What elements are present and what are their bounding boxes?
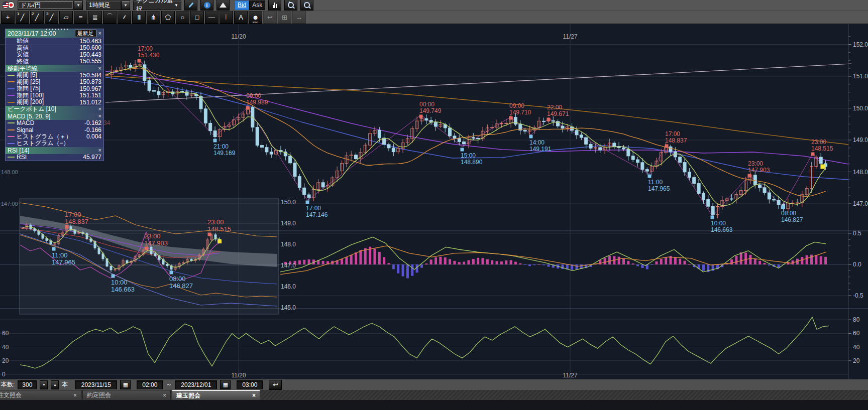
peak-marker: [748, 174, 751, 178]
svg-text:148.515: 148.515: [811, 145, 833, 152]
svg-text:148.515: 148.515: [207, 225, 231, 233]
svg-text:146.827: 146.827: [781, 216, 803, 223]
zoom-in-icon: +: [288, 2, 294, 8]
svg-text:146.663: 146.663: [711, 226, 733, 233]
drawing-toolbar: ＋╱1╱2╱3▱＝≣⌒∕∕∕||||⋔⬠○□—︱A☻icon↩⊞↔: [0, 11, 868, 24]
pentagon-tool[interactable]: ⬠: [161, 11, 175, 24]
bottom-marker: [711, 216, 714, 219]
svg-text:09:00: 09:00: [509, 102, 524, 109]
trendline2-tool[interactable]: ╱2: [30, 11, 44, 24]
pan-tool: ↔: [292, 11, 306, 24]
time-from-input[interactable]: 02:00: [137, 380, 163, 389]
info-button[interactable]: i: [200, 0, 213, 11]
icon-stamp-tool[interactable]: ☻icon: [249, 11, 262, 24]
svg-text:0.0: 0.0: [853, 261, 861, 268]
svg-text:147.965: 147.965: [52, 258, 75, 266]
trendline1-tool[interactable]: ╱1: [16, 11, 29, 24]
close-icon[interactable]: ×: [98, 148, 101, 153]
pair-selector[interactable]: ドル/円: [18, 1, 74, 10]
chart-style-button[interactable]: [216, 0, 230, 11]
date-to-input[interactable]: 2023/12/01: [175, 380, 217, 389]
close-icon[interactable]: ×: [98, 113, 101, 119]
line-color-swatch: [8, 102, 15, 103]
text-tool[interactable]: A: [234, 11, 248, 24]
trendline3-tool[interactable]: ╱3: [45, 11, 58, 24]
chart-canvas[interactable]: 22:00150.03417:00151.43009:00149.98900:0…: [0, 0, 868, 410]
panel-drag-handle[interactable]: [45, 29, 69, 30]
svg-text:17:00: 17:00: [138, 45, 153, 52]
circle-tool[interactable]: ○: [176, 11, 189, 24]
crosshair-tool[interactable]: ＋: [1, 11, 15, 24]
time-to-input[interactable]: 03:00: [237, 380, 263, 389]
inset-mini-chart[interactable]: 17:00148.83723:00147.90323:00148.51511:0…: [20, 199, 296, 314]
close-icon[interactable]: ×: [98, 106, 101, 112]
fan-lines-tool[interactable]: ∕∕∕: [118, 11, 131, 24]
svg-text:149.0: 149.0: [281, 220, 296, 227]
count-up-button[interactable]: ▲: [51, 380, 59, 389]
rectangle-tool[interactable]: □: [190, 11, 204, 24]
date-from-input[interactable]: 2023/11/15: [75, 380, 117, 389]
svg-text:149.191: 149.191: [529, 146, 552, 153]
close-icon[interactable]: ×: [98, 31, 101, 36]
peak-marker: [246, 106, 250, 110]
line-color-swatch: [8, 75, 15, 76]
bar-datetime: 2023/11/17 12:00: [8, 30, 73, 37]
pair-dropdown-button[interactable]: ▼: [74, 1, 83, 10]
svg-text:60: 60: [2, 330, 9, 337]
bar-count-input[interactable]: 300: [18, 380, 37, 389]
spin-up-icon: ▲: [53, 383, 57, 386]
main-toolbar: ドル/円 ▼ 1時間足 ▼ テクニカル選択 ▼ i Bid Ask: [0, 0, 868, 11]
svg-text:23:00: 23:00: [748, 160, 763, 167]
horizontal-line-tool[interactable]: —: [205, 11, 219, 24]
pitchfork-tool[interactable]: ⋔: [147, 11, 160, 24]
arc-tool[interactable]: ⌒: [103, 11, 117, 24]
bid-button[interactable]: Bid: [235, 1, 249, 10]
peak-marker: [419, 115, 423, 118]
close-icon[interactable]: ×: [73, 392, 77, 399]
svg-text:11/27: 11/27: [563, 33, 577, 40]
close-icon[interactable]: ×: [98, 66, 101, 71]
line-color-swatch: [8, 143, 15, 144]
tab-建玉照会[interactable]: 建玉照会×: [172, 390, 260, 400]
zoom-in-button[interactable]: +: [284, 0, 297, 11]
candle-chart-button[interactable]: [268, 0, 281, 11]
tab-約定照会[interactable]: 約定照会×: [82, 390, 171, 400]
vertical-line-tool[interactable]: ︱: [220, 11, 233, 24]
close-icon[interactable]: ×: [163, 392, 166, 399]
reset-range-button[interactable]: ↩: [269, 380, 282, 390]
date-from-calendar-button[interactable]: ▦: [120, 380, 131, 389]
vertical-lines-tool[interactable]: ||||: [132, 11, 146, 24]
svg-text:10:00: 10:00: [711, 220, 726, 227]
timeframe-selector[interactable]: 1時間足: [86, 1, 121, 10]
fx-chart-app: 22:00150.03417:00151.43009:00149.98900:0…: [0, 0, 868, 410]
svg-text:152.0: 152.0: [853, 41, 868, 48]
indicator-info-panel[interactable]: 2023/11/17 12:00最新足×始値150.463高値150.600安値…: [5, 29, 104, 161]
indicator-section-header: ピークボトム [10]×: [6, 106, 103, 113]
svg-text:147.965: 147.965: [648, 185, 670, 192]
parallel-lines-2-tool[interactable]: ＝: [74, 11, 87, 24]
ask-button[interactable]: Ask: [249, 1, 265, 10]
svg-text:40: 40: [2, 344, 9, 351]
ruler-tool[interactable]: ▱: [59, 11, 73, 24]
chevron-down-icon: ▼: [124, 3, 128, 8]
zoom-out-button[interactable]: -: [300, 0, 313, 11]
tab-注文照会[interactable]: 注文照会×: [0, 390, 81, 400]
svg-text:11/27: 11/27: [563, 372, 577, 379]
draw-mode-button[interactable]: [184, 0, 197, 11]
calendar-icon: ▦: [123, 381, 128, 388]
technical-selector[interactable]: テクニカル選択 ▼: [133, 1, 181, 10]
svg-text:0.5: 0.5: [853, 230, 861, 237]
zoom-out-icon: -: [304, 2, 310, 8]
timeframe-dropdown-button[interactable]: ▼: [121, 1, 130, 10]
date-to-calendar-button[interactable]: ▦: [220, 380, 231, 389]
svg-text:22:00: 22:00: [547, 104, 562, 111]
latest-bar-badge[interactable]: 最新足: [75, 30, 96, 37]
svg-text:147.0: 147.0: [853, 200, 868, 207]
svg-text:151.0: 151.0: [853, 73, 868, 80]
count-down-button[interactable]: ▼: [40, 380, 48, 389]
svg-text:149.749: 149.749: [419, 107, 442, 114]
bottom-marker: [648, 175, 652, 178]
parallel-lines-4-tool[interactable]: ≣: [88, 11, 102, 24]
close-icon[interactable]: ×: [252, 392, 256, 399]
line-color-swatch: [8, 95, 15, 96]
